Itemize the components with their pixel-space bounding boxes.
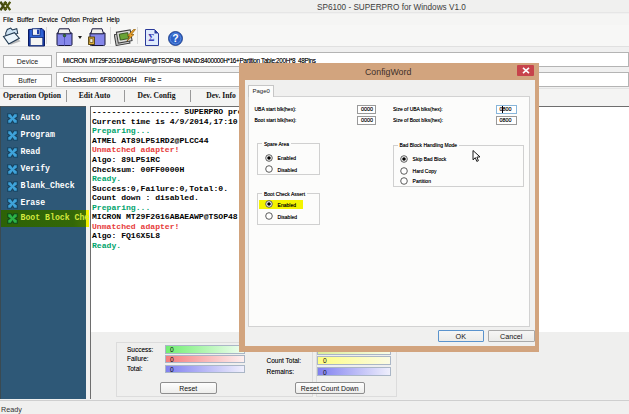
svg-text:Σ: Σ	[148, 33, 154, 43]
svg-text:?: ?	[172, 32, 178, 44]
